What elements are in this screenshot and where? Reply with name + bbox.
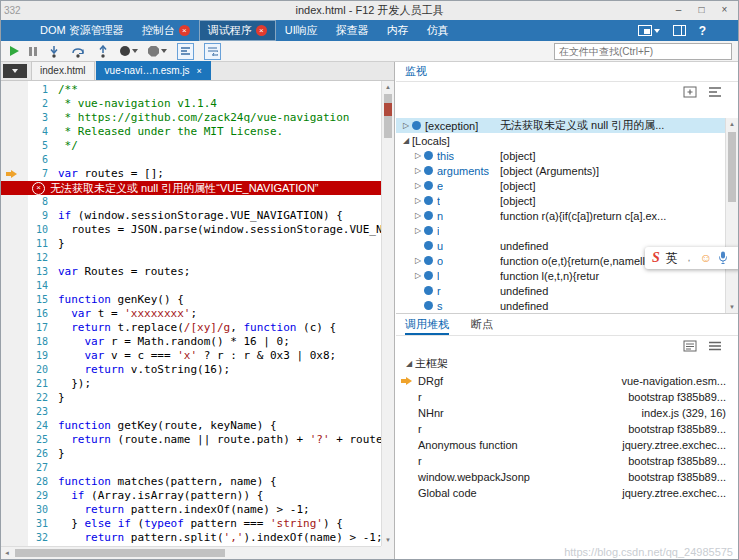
scroll-up-icon[interactable]: ▲ (382, 81, 394, 93)
pretty-print-button[interactable] (177, 43, 194, 60)
emoji-button[interactable]: ☺ (700, 251, 712, 265)
step-into-button[interactable] (47, 45, 61, 58)
callstack-frame[interactable]: Anonymous functionjquery.ztree.exchec... (396, 437, 738, 453)
code-line[interactable]: 28function matches(pattern, name) { (1, 475, 381, 489)
line-number[interactable]: 16 (28, 307, 48, 321)
code-line[interactable]: 25 return (route.name || route.path) + '… (1, 433, 381, 447)
callstack-frame[interactable]: rbootstrap f385b89... (396, 421, 738, 437)
line-number[interactable]: 23 (28, 405, 48, 419)
code-line[interactable]: 5 */ (1, 139, 381, 153)
code-line[interactable]: 29 if (Array.isArray(pattern)) { (1, 489, 381, 503)
line-number[interactable]: 7 (28, 167, 48, 181)
code-line[interactable]: 1/** (1, 83, 381, 97)
line-number[interactable]: 19 (28, 349, 48, 363)
watch-row[interactable]: ▷i (396, 223, 725, 238)
line-number[interactable]: 12 (28, 251, 48, 265)
line-number[interactable]: 28 (28, 475, 48, 489)
expand-toggle-icon[interactable]: ▷ (412, 166, 424, 175)
expand-toggle-icon[interactable]: ▷ (400, 121, 412, 130)
step-out-button[interactable] (96, 45, 110, 58)
code-line[interactable]: 20 return v.toString(16); (1, 363, 381, 377)
close-tab-icon[interactable]: × (197, 62, 202, 80)
vertical-scroll-thumb[interactable] (384, 94, 392, 138)
microphone-button[interactable] (718, 251, 728, 266)
code-line[interactable]: 24function getKey(route, keyName) { (1, 419, 381, 433)
maximize-button[interactable]: □ (690, 1, 713, 19)
code-line[interactable]: 15function genKey() { (1, 293, 381, 307)
file-tab-index-html[interactable]: index.html (31, 61, 95, 80)
line-number[interactable]: 25 (28, 433, 48, 447)
code-line[interactable]: 3 * https://github.com/zack24q/vue-navig… (1, 111, 381, 125)
expand-toggle-icon[interactable]: ◢ (403, 359, 415, 368)
main-tab-console[interactable]: 控制台× (133, 20, 199, 41)
code-line[interactable]: 16 var t = 'xxxxxxxx'; (1, 307, 381, 321)
line-number[interactable]: 22 (28, 391, 48, 405)
line-number[interactable]: 21 (28, 377, 48, 391)
watch-scroll-thumb[interactable] (728, 132, 736, 202)
line-number[interactable]: 17 (28, 321, 48, 335)
document-picker-button[interactable] (3, 64, 27, 78)
code-line[interactable]: 4 * Released under the MIT License. (1, 125, 381, 139)
ime-punctuation-toggle[interactable]: ， (684, 251, 694, 265)
line-number[interactable]: 32 (28, 531, 48, 545)
callstack-frame[interactable]: window.webpackJsonpbootstrap f385b89... (396, 469, 738, 485)
main-tab-profiler[interactable]: 探查器 (327, 20, 378, 41)
ime-language-toggle[interactable]: 英 (666, 250, 678, 267)
scroll-up-icon[interactable]: ▲ (726, 118, 738, 130)
watch-row[interactable]: rundefined (396, 283, 725, 298)
pause-button[interactable] (29, 47, 37, 56)
main-tab-ui-responsiveness[interactable]: UI响应 (276, 20, 327, 41)
word-wrap-button[interactable] (204, 43, 221, 60)
watch-row[interactable]: ▷[exception]无法获取未定义或 null 引用的属... (396, 118, 725, 133)
editor-vertical-scrollbar[interactable]: ▲ ▼ (381, 81, 394, 546)
line-number[interactable]: 26 (28, 447, 48, 461)
scroll-down-icon[interactable]: ▼ (382, 534, 394, 546)
layout-button[interactable] (673, 25, 686, 36)
callstack-frame[interactable]: Global codejquery.ztree.exchec... (396, 485, 738, 501)
code-line[interactable]: 21 }); (1, 377, 381, 391)
main-tab-memory[interactable]: 内存 (378, 20, 418, 41)
code-line[interactable]: 17 return t.replace(/[xy]/g, function (c… (1, 321, 381, 335)
line-number[interactable]: 3 (28, 111, 48, 125)
watch-row[interactable]: ▷t[object] (396, 193, 725, 208)
horizontal-scroll-thumb[interactable] (15, 549, 225, 557)
code-line[interactable]: 8 (1, 195, 381, 209)
scroll-left-icon[interactable]: ◄ (1, 547, 13, 559)
callstack-frame[interactable]: rbootstrap f385b89... (396, 453, 738, 469)
callstack-frame[interactable]: rbootstrap f385b89... (396, 389, 738, 405)
expand-toggle-icon[interactable]: ▷ (412, 151, 424, 160)
code-line[interactable]: 13var Routes = routes; (1, 265, 381, 279)
watch-row[interactable]: sundefined (396, 298, 725, 313)
sogou-logo-icon[interactable]: S (652, 250, 660, 266)
show-library-frames-button[interactable] (683, 340, 697, 352)
line-number[interactable]: 4 (28, 125, 48, 139)
expand-toggle-icon[interactable]: ▷ (412, 256, 424, 265)
frame-list-options-button[interactable] (708, 340, 722, 352)
watch-row[interactable]: ▷nfunction r(a){if(c[a])return c[a].ex..… (396, 208, 725, 223)
line-number[interactable]: 2 (28, 97, 48, 111)
main-tab-debugger[interactable]: 调试程序× (199, 20, 276, 41)
main-tab-emulation[interactable]: 仿真 (418, 20, 458, 41)
callstack-frame[interactable]: DRgfvue-navigation.esm... (396, 373, 738, 389)
code-line[interactable]: 27 (1, 461, 381, 475)
line-number[interactable]: 31 (28, 517, 48, 531)
expand-toggle-icon[interactable]: ▷ (412, 181, 424, 190)
line-number[interactable]: 5 (28, 139, 48, 153)
code-line[interactable]: 12 (1, 251, 381, 265)
line-number[interactable]: 6 (28, 153, 48, 167)
minimize-button[interactable]: – (667, 1, 690, 19)
line-number[interactable]: 15 (28, 293, 48, 307)
line-number[interactable]: 18 (28, 335, 48, 349)
scroll-down-icon[interactable]: ▼ (726, 301, 738, 313)
expand-toggle-icon[interactable]: ▷ (412, 226, 424, 235)
event-breakpoints-button[interactable] (120, 46, 138, 56)
code-line[interactable]: 14 (1, 279, 381, 293)
line-number[interactable]: 10 (28, 223, 48, 237)
code-line[interactable]: 22} (1, 391, 381, 405)
code-line[interactable]: 9if (window.sessionStorage.VUE_NAVIGATIO… (1, 209, 381, 223)
code-line[interactable]: 10 routes = JSON.parse(window.sessionSto… (1, 223, 381, 237)
watch-row[interactable]: ◢[Locals] (396, 133, 725, 148)
expand-toggle-icon[interactable]: ▷ (412, 196, 424, 205)
code-line[interactable]: 31 } else if (typeof pattern === 'string… (1, 517, 381, 531)
line-number[interactable]: 1 (28, 83, 48, 97)
